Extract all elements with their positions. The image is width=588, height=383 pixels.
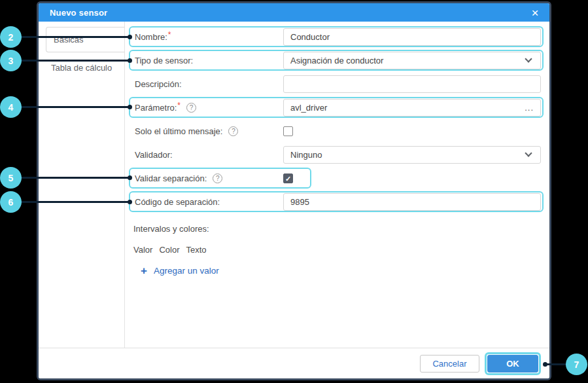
more-options-icon[interactable]: ... xyxy=(519,103,534,113)
descripcion-row: Descripción: xyxy=(129,73,544,94)
add-value-link[interactable]: + Agregar un valor xyxy=(141,265,545,276)
tipo-sensor-label: Tipo de sensor: xyxy=(130,56,283,65)
descripcion-label: Descripción: xyxy=(130,79,283,89)
required-asterisk: * xyxy=(177,101,181,110)
codigo-separacion-input[interactable] xyxy=(283,193,541,211)
validador-label: Validador: xyxy=(130,150,283,160)
annotation-badge-7: 7 xyxy=(566,354,587,375)
connector-line-5 xyxy=(11,177,130,179)
connector-dot-4 xyxy=(128,105,132,109)
ok-button[interactable]: OK xyxy=(487,355,538,373)
tab-tabla-de-calculo[interactable]: Tabla de cálculo xyxy=(39,60,124,76)
tipo-sensor-select[interactable]: Asignación de conductor xyxy=(283,52,541,69)
validar-separacion-label: Validar separación: ? xyxy=(130,173,283,183)
add-value-label: Agregar un valor xyxy=(154,266,219,276)
ok-button-highlight: OK xyxy=(485,352,541,375)
validar-separacion-checkbox[interactable]: ✓ xyxy=(283,173,293,183)
nombre-label: Nombre:* xyxy=(130,32,283,42)
help-icon[interactable]: ? xyxy=(186,103,196,113)
validador-row: Validador: Ninguno xyxy=(129,144,544,165)
connector-line-2 xyxy=(11,36,130,38)
dialog-body: Básicas Tabla de cálculo Nombre:* Tipo d… xyxy=(39,22,549,348)
annotation-badge-4: 4 xyxy=(0,96,22,118)
parametro-value: avl_driver xyxy=(290,103,327,113)
dialog-title: Nuevo sensor xyxy=(50,8,107,18)
chevron-down-icon xyxy=(525,149,532,156)
connector-dot-5 xyxy=(128,175,132,180)
parametro-row: Parámetro:* ? avl_driver ... xyxy=(129,97,544,118)
ultimo-mensaje-checkbox[interactable] xyxy=(283,126,293,136)
annotation-badge-2: 2 xyxy=(0,26,22,48)
connector-line-3 xyxy=(11,60,130,62)
column-color: Color xyxy=(159,245,179,255)
connector-dot-6 xyxy=(128,200,132,204)
connector-dot-7 xyxy=(543,362,547,367)
required-asterisk: * xyxy=(168,30,171,39)
tipo-sensor-row: Tipo de sensor: Asignación de conductor xyxy=(129,50,544,71)
close-icon[interactable]: × xyxy=(528,7,542,19)
codigo-separacion-label: Código de separación: xyxy=(130,197,283,207)
dialog-titlebar: Nuevo sensor × xyxy=(39,3,549,22)
new-sensor-dialog: Nuevo sensor × Básicas Tabla de cálculo … xyxy=(37,1,551,380)
connector-dot-3 xyxy=(128,58,132,63)
ultimo-mensaje-label: Solo el último mensaje: ? xyxy=(130,126,283,136)
nombre-input[interactable] xyxy=(283,28,541,46)
dialog-footer: Cancelar OK xyxy=(39,348,549,379)
descripcion-input[interactable] xyxy=(283,75,541,93)
validador-value: Ninguno xyxy=(290,150,322,160)
validador-select[interactable]: Ninguno xyxy=(283,146,541,164)
column-valor: Valor xyxy=(133,245,152,255)
connector-dot-2 xyxy=(128,35,132,39)
connector-line-4 xyxy=(11,106,130,108)
parametro-label: Parámetro:* ? xyxy=(130,103,283,113)
tabs-sidebar: Básicas Tabla de cálculo xyxy=(39,22,125,348)
annotation-badge-6: 6 xyxy=(0,191,22,213)
nombre-row: Nombre:* xyxy=(129,26,544,47)
cancel-button[interactable]: Cancelar xyxy=(420,355,479,373)
column-texto: Texto xyxy=(186,245,206,255)
tab-basicas[interactable]: Básicas xyxy=(46,27,124,52)
intervalos-heading: Intervalos y colores: xyxy=(133,224,545,234)
annotation-badge-5: 5 xyxy=(0,167,22,189)
help-icon[interactable]: ? xyxy=(228,126,238,136)
sensor-form: Nombre:* Tipo de sensor: Asignación de c… xyxy=(125,22,549,348)
validar-separacion-row: Validar separación: ? ✓ xyxy=(129,168,311,189)
codigo-separacion-row: Código de separación: xyxy=(129,191,544,212)
plus-icon: + xyxy=(141,265,147,276)
tipo-sensor-value: Asignación de conductor xyxy=(290,56,383,65)
chevron-down-icon xyxy=(525,55,532,62)
parametro-input[interactable]: avl_driver ... xyxy=(283,99,541,117)
intervals-columns-header: Valor Color Texto xyxy=(133,245,545,255)
connector-line-6 xyxy=(11,201,130,203)
annotation-badge-3: 3 xyxy=(0,50,22,71)
help-icon[interactable]: ? xyxy=(213,173,222,183)
ultimo-mensaje-row: Solo el último mensaje: ? xyxy=(129,120,544,141)
